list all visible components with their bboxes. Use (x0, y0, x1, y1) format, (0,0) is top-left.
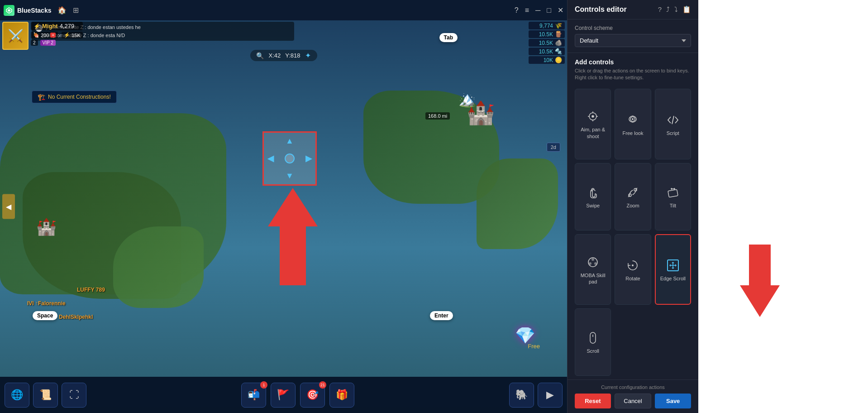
svg-point-21 (594, 262, 597, 265)
panel-copy-icon[interactable]: 📋 (682, 5, 691, 14)
close-icon[interactable]: ✕ (558, 6, 563, 14)
save-button[interactable]: Save (655, 394, 691, 408)
control-free-look[interactable]: Free look (615, 89, 651, 159)
menu-icon[interactable]: ≡ (525, 6, 529, 14)
scroll-arrow-right: ▶ (305, 154, 312, 163)
badge-1: 1 (260, 381, 267, 389)
scheme-select[interactable]: Default (575, 34, 691, 47)
scroll-center (285, 154, 295, 163)
maximize-icon[interactable]: □ (547, 6, 551, 14)
game-area: BlueStacks 🏠 ⊞ ? ≡ ─ □ ✕ ⚔️ ⚡ Might 4,27… (0, 0, 567, 413)
elephant-button[interactable]: 🐘 (509, 383, 534, 408)
avatar: ⚔️ (2, 22, 29, 50)
scroll-ctrl-icon (586, 331, 600, 345)
construction-text: No Current Constructions! (48, 94, 111, 100)
add-controls-desc: Click or drag the actions on the screen … (575, 67, 691, 82)
food-plus-button[interactable]: + (50, 33, 56, 38)
mountain-icon: 🏔️ (458, 91, 477, 108)
control-swipe[interactable]: Swipe (575, 163, 611, 231)
quest-item-3[interactable]: 🎯 21 (300, 383, 325, 408)
bottom-bar: 🌐 📜 ⛶ 📬 1 🚩 🎯 21 🎁 🐘 (0, 377, 567, 413)
zoom-icon (625, 185, 640, 200)
panel-help-icon[interactable]: ? (658, 5, 662, 14)
distance-badge: 168.0 mi (425, 112, 450, 120)
player-name-dehl: DehlSklpehkl (59, 314, 93, 320)
might-bar: ⚡ Might 4,279 (31, 22, 83, 30)
windows-icon[interactable]: ⊞ (73, 6, 79, 14)
control-script[interactable]: Script (655, 89, 691, 159)
swipe-icon (586, 185, 600, 200)
scroll-icon: 📜 (39, 389, 52, 401)
nav-arrow-left[interactable]: ◀ (2, 194, 15, 219)
cancel-button[interactable]: Cancel (615, 394, 652, 408)
bluestacks-name: BlueStacks (17, 7, 51, 14)
resource-3: 10.5K 🔩 (529, 48, 565, 55)
panel-header: Controls editor ? ⤴ ⤵ 📋 (568, 0, 698, 19)
crystal-cluster: 💎 (515, 326, 535, 345)
controls-panel: Controls editor ? ⤴ ⤵ 📋 Control scheme D… (567, 0, 698, 413)
panel-download-icon[interactable]: ⤵ (674, 5, 678, 14)
red-arrow-up (268, 188, 318, 285)
top-bar-actions: ? ≡ ─ □ ✕ (515, 6, 563, 14)
minimize-icon[interactable]: ─ (535, 6, 540, 14)
energy-value: 15K (72, 33, 81, 38)
food-item: 🍖 200 + (31, 32, 58, 38)
panel-footer: Current configuration actions Reset Canc… (568, 379, 698, 413)
expand-button[interactable]: ⛶ (62, 383, 86, 408)
hud-right: 9,774 🌾 10.5K 🪵 10.5K 🪨 10.5K 🔩 10K 🪙 (529, 22, 565, 64)
quest-item-1[interactable]: 📬 1 (241, 383, 266, 408)
control-zoom[interactable]: Zoom (615, 163, 651, 231)
control-rotate[interactable]: Rotate (615, 234, 651, 305)
expand-icon: ⛶ (69, 389, 79, 401)
control-tilt[interactable]: Tilt (655, 163, 691, 231)
control-scroll[interactable]: Scroll (575, 308, 611, 376)
player-name-luffy: LUFFY 789 (77, 287, 105, 293)
arrow-right-button[interactable]: ▶ (538, 383, 563, 408)
coins-value: 10K (544, 57, 553, 63)
quest-icon-1: 📬 (248, 389, 260, 401)
globe-icon: 🌐 (11, 389, 23, 401)
scroll-widget-inner: ▲ ◀ ▶ ▼ (264, 133, 315, 184)
help-icon[interactable]: ? (515, 6, 519, 14)
tilt-label: Tilt (670, 202, 676, 209)
resources-row: 🍖 200 + ⚡ 15K (31, 32, 83, 38)
might-label: Might (42, 23, 58, 29)
free-look-label: Free look (623, 130, 644, 136)
res2-value: 10.5K (539, 40, 553, 46)
footer-buttons: Reset Cancel Save (575, 394, 691, 408)
panel-upload-icon[interactable]: ⤴ (666, 5, 670, 14)
scheme-label: Control scheme (575, 25, 691, 31)
gold-value: 9,774 (539, 23, 553, 29)
quest-item-4[interactable]: 🎁 (329, 383, 354, 408)
control-aim-pan-shoot[interactable]: Aim, pan & shoot (575, 89, 611, 159)
add-controls-title: Add controls (575, 58, 691, 66)
control-edge-scroll[interactable]: Edge Scroll (655, 234, 691, 305)
rotate-label: Rotate (625, 275, 640, 282)
city-icon: 🏰 (36, 217, 57, 236)
reset-button[interactable]: Reset (575, 394, 611, 408)
tilt-icon (666, 185, 680, 200)
level-badge: 2 (31, 40, 38, 46)
aim-icon (586, 109, 600, 124)
enter-keyboard-hint: Enter (430, 311, 453, 320)
zoom-label: Zoom (626, 202, 639, 209)
btn-2d[interactable]: 2d (547, 143, 560, 152)
resource-coins: 10K 🪙 (529, 56, 565, 64)
chevron-right-icon: ▶ (546, 389, 554, 401)
globe-button[interactable]: 🌐 (5, 383, 29, 408)
quest-item-2[interactable]: 🚩 (271, 383, 296, 408)
scroll-widget[interactable]: ▲ ◀ ▶ ▼ (262, 131, 317, 186)
top-bar: BlueStacks 🏠 ⊞ ? ≡ ─ □ ✕ (0, 0, 567, 20)
control-moba[interactable]: MOBA Skill pad (575, 234, 611, 305)
scroll-arrow-up: ▲ (286, 136, 294, 146)
energy-item: ⚡ 15K (62, 32, 83, 38)
svg-point-9 (632, 118, 634, 120)
res1-value: 10.5K (539, 31, 553, 38)
home-icon[interactable]: 🏠 (57, 6, 67, 14)
food-value: 200 (41, 33, 49, 38)
controls-grid: Aim, pan & shoot Free look (568, 89, 698, 379)
scroll-bottom-button[interactable]: 📜 (33, 383, 58, 408)
quest-icon-3: 🎯 (306, 389, 319, 401)
bluestacks-logo: BlueStacks (4, 5, 51, 16)
resource-2: 10.5K 🪨 (529, 39, 565, 47)
